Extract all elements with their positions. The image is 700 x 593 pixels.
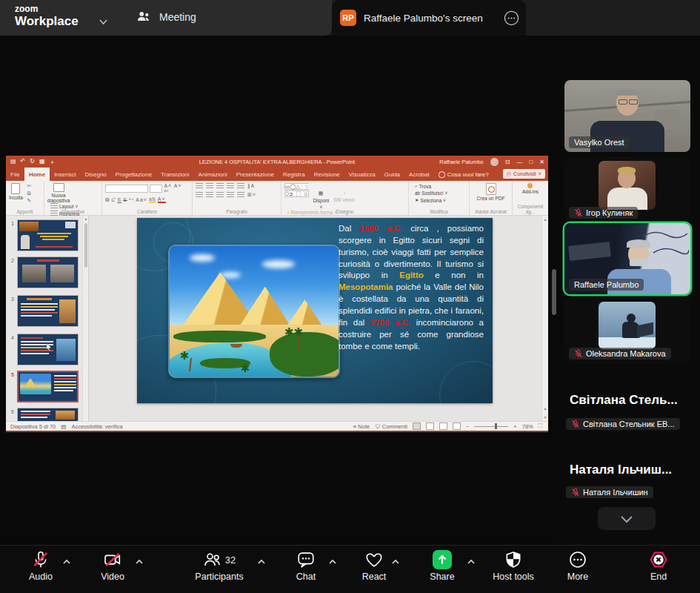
cut-icon[interactable]: ✂ (27, 183, 33, 189)
condividi-button[interactable]: ⎙ Condividi ˅ (503, 169, 545, 179)
font-name-box[interactable] (105, 185, 148, 193)
ribbon-tab-visualizza[interactable]: Visualizza (344, 168, 380, 181)
increase-indent-icon[interactable] (227, 183, 234, 189)
format-painter-icon[interactable]: ✎ (27, 198, 33, 204)
reading-view-button[interactable] (439, 423, 447, 430)
slide-sorter-view-button[interactable] (426, 423, 434, 430)
zoom-out-button[interactable]: − (466, 423, 469, 430)
more-button[interactable]: More (550, 550, 606, 582)
crea-pdf-button[interactable]: Crea un PDF (477, 183, 505, 201)
ribbon-tab-transizioni[interactable]: Transizioni (156, 168, 193, 181)
layout-button[interactable]: Layout (59, 204, 74, 209)
accessibility-status[interactable]: Accessibilità: verifica (71, 423, 122, 430)
bullet-list-icon[interactable] (196, 183, 203, 189)
ppt-account-name[interactable]: Raffaele Palumbo (439, 159, 483, 165)
participant-tile-oleksandra-makarova[interactable]: Oleksandra Makarova (564, 296, 690, 363)
incolla-button[interactable]: Incolla (9, 183, 23, 200)
participant-tile-natalia[interactable]: Наталя Ільчиш... Наталя Ільчишин (564, 442, 690, 510)
undo-icon[interactable]: ↶ (21, 158, 26, 166)
ribbon-tab-progettazione[interactable]: Progettazione (111, 168, 156, 181)
slide-text[interactable]: Dal 1500 a.C. circa , possiamo scorgere … (339, 223, 484, 352)
thumbnail-scrollbar[interactable]: ▲ (82, 216, 88, 421)
participants-options-caret[interactable] (256, 556, 267, 569)
align-right-icon[interactable] (216, 192, 224, 198)
participants-button[interactable]: 32 Participants (182, 550, 256, 582)
bold-button[interactable]: G (105, 197, 110, 202)
text-direction-icon[interactable]: ∥A (247, 183, 255, 189)
italic-button[interactable]: C (111, 197, 116, 202)
normal-view-button[interactable] (413, 423, 421, 430)
align-center-icon[interactable] (206, 192, 213, 198)
ribbon-tab-file[interactable]: File (6, 168, 24, 181)
participant-tile-igor-kulyniak[interactable]: Ігор Кулиняк (564, 157, 690, 222)
line-spacing-icon[interactable] (237, 183, 244, 189)
shapes-gallery[interactable]: ▭◯△♢☆⬠➲〔〕✩ (284, 183, 309, 197)
grow-shrink-font-icons[interactable]: A˄ A˅ ✄ (164, 183, 189, 194)
video-button[interactable]: Video (84, 550, 141, 582)
sostituisci-button[interactable]: Sostituisci (421, 191, 443, 196)
save-icon[interactable]: ▤ (10, 158, 16, 166)
participant-tile-vasylko-orest[interactable]: Vasylko Orest (564, 80, 690, 152)
numbered-list-icon[interactable] (206, 183, 213, 189)
customize-qat-icon[interactable]: ＋ (50, 158, 56, 166)
zoom-in-button[interactable]: + (513, 423, 516, 430)
participant-tile-svitlana[interactable]: Світлана Стель... Світлана Стельник ЕВ..… (564, 371, 690, 439)
char-spacing-icon[interactable]: ᴬᵛ (129, 197, 134, 202)
redo-icon[interactable]: ↻ (30, 158, 35, 166)
end-button[interactable]: End (630, 550, 687, 582)
nuova-diapositiva-button[interactable]: Nuova diapositiva (47, 183, 70, 203)
fit-slide-icon[interactable]: ⛶ (539, 423, 542, 430)
font-size-box[interactable] (150, 185, 163, 193)
tab-options-icon[interactable] (504, 10, 519, 29)
trova-button[interactable]: Trova (419, 184, 431, 189)
ribbon-tab-revisione[interactable]: Revisione (310, 168, 344, 181)
slideshow-icon[interactable]: ▦ (39, 158, 45, 166)
commenti-toggle[interactable]: 🗩 Commenti (375, 423, 407, 430)
font-color-icon[interactable]: A˅ (158, 196, 166, 203)
ribbon-tab-guida[interactable]: Guida (380, 168, 404, 181)
video-options-caret[interactable] (133, 556, 145, 569)
zoom-slider[interactable] (474, 426, 508, 427)
ribbon-tab-presentazione[interactable]: Presentazione (232, 168, 279, 181)
zoom-slider-handle[interactable] (495, 423, 497, 429)
tab-meeting[interactable]: Meeting (136, 9, 196, 25)
slide-canvas[interactable]: ✱✱ ✱ ✱ Dal 1500 a.C. circa , possiamo sc… (137, 218, 493, 403)
align-left-icon[interactable] (196, 192, 203, 198)
editor-scrollbar[interactable]: ▲ ▲ ▼ (541, 216, 548, 421)
underline-button[interactable]: S (118, 197, 122, 202)
chat-options-caret[interactable] (327, 556, 339, 569)
smartart-icon[interactable]: ⊞˅ (247, 192, 256, 198)
note-toggle[interactable]: ≡ Note (353, 423, 370, 430)
react-options-caret[interactable] (390, 556, 401, 569)
close-icon[interactable]: ✕ (539, 159, 544, 165)
participants-overflow-button[interactable] (598, 507, 656, 530)
share-options-caret[interactable] (465, 556, 477, 569)
columns-icon[interactable] (237, 192, 244, 198)
strikethrough-button[interactable]: S (123, 197, 127, 202)
host-tools-button[interactable]: Host tools (478, 550, 549, 582)
workspace-chevron-down-icon[interactable] (99, 15, 108, 28)
tell-me-search[interactable]: Cosa vuoi fare? (434, 168, 493, 181)
stili-veloci-button[interactable]: Stili veloci (333, 197, 355, 202)
ppt-account-avatar[interactable] (490, 158, 499, 166)
ribbon-tab-disegno[interactable]: Disegno (80, 168, 110, 181)
participant-tile-raffaele-palumbo[interactable]: Raffaele Palumbo (564, 223, 690, 294)
ribbon-tab-inserisci[interactable]: Inserisci (50, 168, 80, 181)
ribbon-display-icon[interactable]: ⊡ (505, 159, 510, 165)
copy-icon[interactable]: ⧉ (27, 191, 33, 196)
highlight-color-icon[interactable]: ab (149, 196, 156, 203)
notes-icon[interactable]: ▤ (61, 423, 66, 430)
maximize-icon[interactable]: □ (529, 159, 533, 165)
disponi-button[interactable]: Disponi (313, 198, 330, 203)
ribbon-tab-registra[interactable]: Registra (279, 168, 310, 181)
share-button[interactable]: Share (414, 550, 470, 582)
shared-screen-scrollbar[interactable] (552, 269, 556, 315)
chat-button[interactable]: Chat (278, 550, 334, 582)
ppt-quick-access-toolbar[interactable]: ▤ ↶ ↻ ▦ ＋ (10, 158, 56, 166)
addins-button[interactable]: Add-ins (522, 183, 539, 194)
slideshow-view-button[interactable] (453, 423, 461, 430)
minimize-icon[interactable]: — (516, 159, 522, 165)
justify-icon[interactable] (227, 192, 234, 198)
change-case-icon[interactable]: Aa˅ (136, 197, 147, 202)
audio-options-caret[interactable] (61, 556, 73, 569)
